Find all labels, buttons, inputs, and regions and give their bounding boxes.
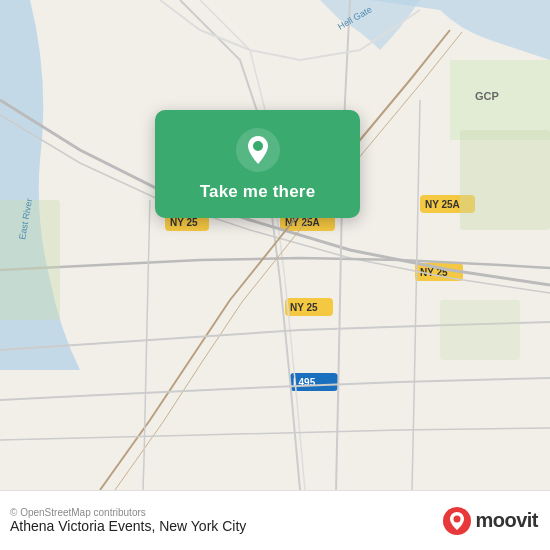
moovit-logo: moovit xyxy=(443,507,538,535)
svg-rect-17 xyxy=(440,300,520,360)
map-svg: GCP NY 25A NY 25A NY 25 NY 25 NY 25 I 49… xyxy=(0,0,550,490)
popup-card: Take me there xyxy=(155,110,360,218)
moovit-label: moovit xyxy=(475,509,538,532)
bottom-left-info: © OpenStreetMap contributors Athena Vict… xyxy=(10,507,246,534)
svg-text:NY 25A: NY 25A xyxy=(425,199,460,210)
take-me-there-button[interactable]: Take me there xyxy=(200,182,316,202)
svg-point-23 xyxy=(454,515,461,522)
svg-text:NY 25: NY 25 xyxy=(170,217,198,228)
svg-text:NY 25: NY 25 xyxy=(290,302,318,313)
map-container: GCP NY 25A NY 25A NY 25 NY 25 NY 25 I 49… xyxy=(0,0,550,490)
pin-icon xyxy=(236,128,280,172)
attribution-text: © OpenStreetMap contributors xyxy=(10,507,246,518)
svg-text:GCP: GCP xyxy=(475,90,499,102)
svg-rect-1 xyxy=(450,60,550,140)
svg-point-21 xyxy=(253,141,263,151)
location-name: Athena Victoria Events, New York City xyxy=(10,518,246,534)
bottom-bar: © OpenStreetMap contributors Athena Vict… xyxy=(0,490,550,550)
moovit-brand-icon xyxy=(443,507,471,535)
svg-rect-16 xyxy=(460,130,550,230)
